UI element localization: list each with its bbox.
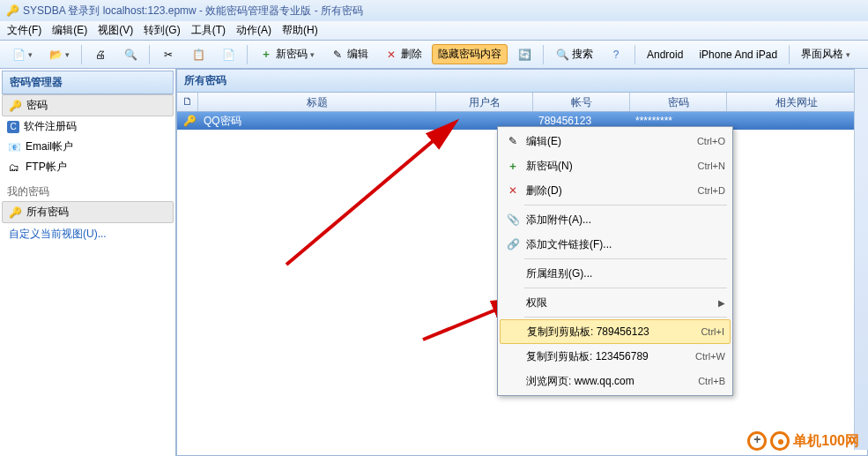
menu-edit[interactable]: 编辑(E): [52, 23, 87, 38]
ctx-copy-account[interactable]: 复制到剪贴板: 789456123Ctrl+I: [500, 319, 731, 344]
col-icon[interactable]: 🗋: [177, 93, 198, 111]
edit-label: 编辑: [347, 47, 368, 62]
pencil-icon: ✎: [330, 48, 345, 62]
sidebar-item-email[interactable]: 📧Email帐户: [2, 137, 174, 157]
col-password[interactable]: 密码: [630, 93, 727, 111]
iphone-label: iPhone And iPad: [699, 49, 777, 61]
row-user: [436, 119, 533, 123]
chevron-right-icon: ▶: [718, 298, 725, 308]
sidebar-item-software[interactable]: C软件注册码: [2, 116, 174, 137]
help-icon: ?: [609, 48, 623, 62]
search-label: 搜索: [572, 47, 593, 62]
plus-icon: ＋: [259, 48, 273, 62]
paste-button[interactable]: 📄: [215, 45, 241, 64]
menu-action[interactable]: 动作(A): [236, 23, 271, 38]
ftp-icon: 🗂: [7, 161, 21, 175]
sidebar-item-all-passwords[interactable]: 🔑所有密码: [2, 201, 174, 223]
nav-button[interactable]: 📄▾: [5, 45, 39, 64]
doc-icon: 📄: [11, 48, 26, 62]
menu-file[interactable]: 文件(F): [7, 23, 41, 38]
menu-tools[interactable]: 工具(T): [191, 23, 226, 38]
hide-content-label: 隐藏密码内容: [438, 47, 501, 62]
grid-header: 🗋 标题 用户名 帐号 密码 相关网址: [177, 93, 867, 112]
preview-button[interactable]: 🔍: [117, 45, 144, 64]
help-button[interactable]: ?: [603, 45, 629, 64]
col-account[interactable]: 帐号: [533, 93, 630, 111]
plus-icon: ＋: [503, 159, 523, 174]
sidebar-item-password[interactable]: 🔑密码: [2, 94, 174, 116]
mail-icon: 📧: [7, 140, 21, 154]
ctx-delete[interactable]: ✕删除(D)Ctrl+D: [500, 178, 731, 203]
android-label: Android: [647, 49, 683, 61]
menu-view[interactable]: 视图(V): [98, 23, 133, 38]
refresh-icon: 🔄: [517, 48, 531, 62]
android-button[interactable]: Android: [641, 46, 689, 64]
cut-icon: ✂: [161, 48, 175, 62]
edit-button[interactable]: ✎编辑: [324, 44, 375, 64]
ctx-browse[interactable]: 浏览网页: www.qq.comCtrl+B: [500, 369, 731, 393]
x-icon: ✕: [384, 48, 398, 62]
menu-help[interactable]: 帮助(H): [282, 23, 318, 38]
iphone-button[interactable]: iPhone And iPad: [693, 46, 783, 64]
x-icon: ✕: [503, 184, 523, 197]
paste-icon: 📄: [221, 48, 235, 62]
print-button[interactable]: 🖨: [87, 45, 114, 64]
context-menu: ✎编辑(E)Ctrl+O ＋新密码(N)Ctrl+N ✕删除(D)Ctrl+D …: [497, 126, 733, 396]
logo-plus-icon: [747, 431, 767, 451]
key-icon: 🔑: [8, 206, 22, 220]
ctx-attach[interactable]: 📎添加附件(A)...: [500, 207, 731, 232]
sidebar-item-ftp[interactable]: 🗂FTP帐户: [2, 157, 174, 177]
print-icon: 🖨: [93, 48, 108, 62]
cube-icon: C: [7, 121, 19, 133]
key-icon: 🔑: [8, 99, 22, 113]
titlebar: 🔑 SYSDBA 登录到 localhost:123.epmw - 效能密码管理…: [0, 0, 868, 21]
col-url[interactable]: 相关网址: [727, 93, 867, 111]
window-title: SYSDBA 登录到 localhost:123.epmw - 效能密码管理器专…: [23, 4, 363, 19]
sidebar: 密码管理器 🔑密码 C软件注册码 📧Email帐户 🗂FTP帐户 我的密码 🔑所…: [0, 69, 176, 456]
key-icon: 🔑: [5, 4, 19, 18]
key-icon: 🔑: [182, 114, 197, 128]
folder-icon: 📂: [48, 48, 63, 62]
clip-icon: 📎: [503, 213, 523, 226]
search-icon: 🔍: [555, 48, 569, 62]
pencil-icon: ✎: [503, 135, 523, 147]
watermark-text: 单机100网: [793, 432, 859, 451]
col-title[interactable]: 标题: [198, 93, 436, 111]
new-password-label: 新密码: [276, 47, 308, 62]
search-button[interactable]: 🔍搜索: [549, 44, 599, 64]
open-button[interactable]: 📂▾: [42, 45, 76, 64]
hide-content-button[interactable]: 隐藏密码内容: [432, 44, 508, 64]
link-icon: 🔗: [503, 238, 523, 250]
ctx-link[interactable]: 🔗添加文件链接(F)...: [500, 232, 731, 257]
ui-style-label: 界面风格: [801, 47, 843, 62]
logo-dot-icon: [770, 431, 790, 451]
ctx-copy-password[interactable]: 复制到剪贴板: 123456789Ctrl+W: [500, 344, 731, 369]
sidebar-group-mypass: 我的密码: [2, 181, 174, 201]
copy-button[interactable]: 📋: [185, 45, 211, 64]
content-header: 所有密码: [177, 70, 867, 93]
cut-button[interactable]: ✂: [155, 45, 182, 64]
refresh-button[interactable]: 🔄: [511, 45, 538, 64]
ctx-new[interactable]: ＋新密码(N)Ctrl+N: [500, 153, 731, 178]
menubar: 文件(F) 编辑(E) 视图(V) 转到(G) 工具(T) 动作(A) 帮助(H…: [0, 21, 868, 41]
delete-button[interactable]: ✕删除: [378, 44, 428, 64]
new-password-button[interactable]: ＋新密码▾: [253, 44, 321, 64]
delete-label: 删除: [401, 47, 422, 62]
scrollbar[interactable]: [854, 69, 868, 450]
ctx-edit[interactable]: ✎编辑(E)Ctrl+O: [500, 129, 731, 153]
preview-icon: 🔍: [123, 48, 137, 62]
sidebar-custom-view-link[interactable]: 自定义当前视图(U)...: [2, 223, 174, 245]
row-url: [727, 119, 867, 123]
row-title: QQ密码: [198, 112, 436, 131]
ui-style-button[interactable]: 界面风格▾: [795, 44, 857, 64]
watermark: 单机100网: [747, 431, 859, 451]
toolbar: 📄▾ 📂▾ 🖨 🔍 ✂ 📋 📄 ＋新密码▾ ✎编辑 ✕删除 隐藏密码内容 🔄 🔍…: [0, 41, 868, 69]
sidebar-header: 密码管理器: [2, 71, 174, 94]
ctx-group[interactable]: 所属组别(G)...: [500, 261, 731, 286]
menu-goto[interactable]: 转到(G): [144, 23, 180, 38]
copy-icon: 📋: [191, 48, 205, 62]
ctx-perm[interactable]: 权限▶: [500, 290, 731, 315]
col-user[interactable]: 用户名: [436, 93, 533, 111]
